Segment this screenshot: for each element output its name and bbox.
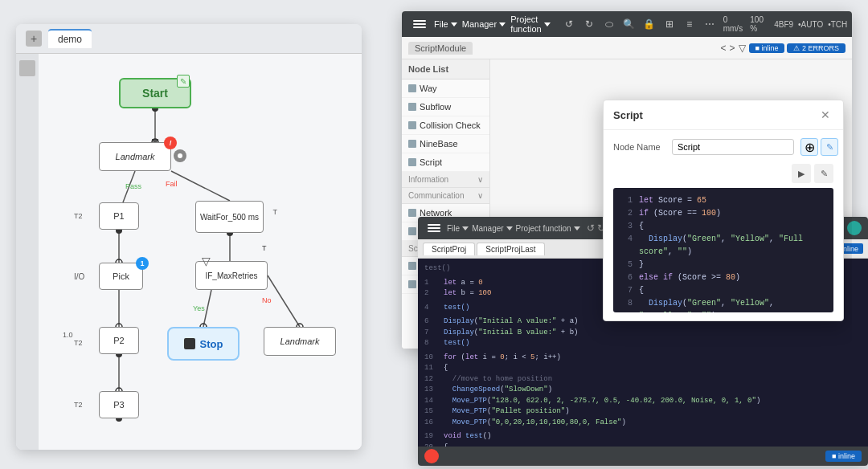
file-menu-chevron: [451, 22, 457, 27]
bottom-code-line-9: 12 //move to home position: [424, 374, 862, 385]
bottom-project-menu[interactable]: Project function: [516, 224, 580, 233]
stop-icon: [184, 338, 195, 349]
edit-btn[interactable]: ✎: [821, 138, 838, 156]
information-section[interactable]: Information ∨: [402, 172, 489, 188]
val10-label: 1.0: [63, 331, 73, 339]
code-line-2: 2 if (Score == 100): [620, 207, 827, 220]
code-line-5: 5 }: [620, 259, 827, 271]
bottom-icon1[interactable]: ↺: [587, 222, 595, 234]
inline-badge: ■ inline: [749, 43, 785, 53]
landmark2-node[interactable]: Landmark: [264, 327, 336, 356]
collision-icon: [408, 121, 416, 129]
hamburger-menu[interactable]: [410, 17, 429, 31]
landmark1-node[interactable]: ! Landmark: [99, 142, 171, 171]
demo-tab[interactable]: demo: [48, 29, 92, 48]
communication-section[interactable]: Communication ∨: [402, 188, 489, 204]
flow-diagram-panel: + demo: [16, 24, 362, 450]
more-btn[interactable]: ⋯: [701, 15, 719, 33]
filter-btn[interactable]: ▽: [739, 43, 746, 54]
file-menu[interactable]: File: [434, 19, 457, 29]
bottom-teal-dot: [847, 221, 862, 235]
sidebar-item-collision-check[interactable]: Collision Check: [402, 116, 489, 135]
bottom-hamburger[interactable]: [424, 221, 444, 235]
script-icon: [408, 158, 416, 166]
dialog-title: Script: [613, 109, 643, 121]
redo-btn[interactable]: ↻: [580, 15, 598, 33]
bottom-code-line-7: 10 for (let i = 0; i < 5; i++): [424, 353, 862, 364]
node-name-input[interactable]: [672, 139, 794, 155]
node-list-toolbar: ScriptModule < > ▽ ■ inline ⚠ 2 ERRORS: [402, 37, 852, 59]
t-label: T: [273, 208, 278, 218]
editor-header: File Manager Project function ↺ ↻ ⬭ 🔍 🔒 …: [402, 11, 852, 37]
p1-node[interactable]: P1: [99, 202, 139, 230]
pencil-btn[interactable]: ✎: [814, 164, 833, 183]
toolbar-icons: ↺ ↻ ⬭ 🔍 🔒 ⊞ ≡ ⋯: [560, 15, 719, 33]
scriptmodule-tab[interactable]: ScriptModule: [408, 42, 473, 55]
node-list-header: Node List: [402, 59, 489, 80]
t2-label-3: T2: [74, 401, 83, 409]
add-tab-button[interactable]: +: [26, 31, 42, 47]
landmark1-badge: !: [164, 137, 177, 149]
search-btn[interactable]: 🔍: [620, 15, 638, 33]
bottom-code-line-5: 7 Display("Initial B value:" + b): [424, 328, 862, 339]
svg-text:Yes: Yes: [193, 304, 205, 312]
t2-label-1: T2: [74, 212, 83, 220]
pick-node[interactable]: 1 Pick: [99, 263, 143, 290]
svg-line-2: [171, 171, 230, 201]
flow-area: Pass Fail Yes No T Start ✎ ! Landmark: [16, 54, 362, 450]
sidebar-scroll-up[interactable]: [19, 60, 35, 76]
tab-script-proj-last[interactable]: ScriptProjLast: [477, 243, 544, 255]
run-btn[interactable]: ▶: [792, 164, 811, 183]
prev-btn[interactable]: <: [721, 43, 727, 54]
stop-node[interactable]: Stop: [167, 327, 240, 361]
coboratm-icon: [408, 262, 416, 270]
bottom-code-line-6: 8 test(): [424, 338, 862, 349]
code-line-1: 1 let Score = 65: [620, 194, 827, 207]
svg-text:T: T: [262, 244, 267, 252]
lock-btn[interactable]: 🔒: [641, 15, 658, 33]
next-btn[interactable]: >: [730, 43, 735, 54]
landmark1-port: [174, 149, 186, 162]
bottom-action-btn[interactable]: ■ inline: [825, 451, 862, 462]
list-btn[interactable]: ≡: [681, 15, 698, 33]
code-line-3: 3 {: [620, 220, 827, 233]
subflow-icon: [408, 103, 416, 111]
start-edit-badge[interactable]: ✎: [177, 75, 190, 88]
flow-canvas[interactable]: Pass Fail Yes No T Start ✎ ! Landmark: [39, 54, 362, 450]
undo-btn[interactable]: ↺: [560, 15, 578, 33]
sidebar-item-way[interactable]: Way: [402, 80, 489, 98]
p2-node[interactable]: P2: [99, 327, 139, 354]
panel-header: + demo: [16, 24, 362, 54]
project-function-menu[interactable]: Project function: [510, 14, 551, 34]
bottom-red-indicator: [424, 449, 439, 463]
sidebar-item-subflow[interactable]: Subflow: [402, 98, 489, 116]
sidebar-item-ninebase[interactable]: NineBase: [402, 135, 489, 153]
svg-text:No: No: [262, 296, 272, 304]
dialog-header: Script ✕: [604, 100, 843, 130]
bottom-code-line-11: 14 Move_PTP("128.0, 622.0, 2, -275.7, 0.…: [424, 396, 862, 407]
node-name-label: Node Name: [613, 142, 665, 152]
network-icon: [408, 209, 416, 217]
ninebase-icon: [408, 140, 416, 148]
script-dialog: Script ✕ Node Name ⊕ ✎ ▶ ✎: [603, 100, 844, 321]
t2-label-2: T2: [74, 339, 83, 347]
shape-btn[interactable]: ⬭: [600, 15, 618, 33]
errors-badge: ⚠ 2 ERRORS: [787, 43, 845, 53]
manager-menu[interactable]: Manager: [462, 19, 506, 29]
cable-icon: [408, 227, 416, 235]
teamstop-icon: [408, 280, 416, 288]
waitfor-node[interactable]: WaitFor_500 ms T: [195, 201, 264, 233]
grid-btn[interactable]: ⊞: [661, 15, 678, 33]
bottom-manager-menu[interactable]: Manager: [472, 224, 512, 233]
dialog-close-button[interactable]: ✕: [817, 107, 833, 123]
tab-script-proj[interactable]: ScriptProj: [423, 243, 475, 255]
bottom-file-menu[interactable]: File: [447, 224, 469, 233]
code-editor[interactable]: 1 let Score = 65 2 if (Score == 100) 3 {: [613, 188, 833, 312]
p3-node[interactable]: P3: [99, 391, 139, 418]
sidebar-item-script[interactable]: Script: [402, 153, 489, 172]
code-line-8: 8 Display("Green", "Yellow", "Excellent"…: [620, 297, 827, 312]
svg-line-7: [268, 275, 300, 327]
project-function-chevron: [544, 22, 551, 27]
copy-btn[interactable]: ⊕: [800, 138, 818, 156]
v-marker: ▽: [202, 255, 211, 267]
